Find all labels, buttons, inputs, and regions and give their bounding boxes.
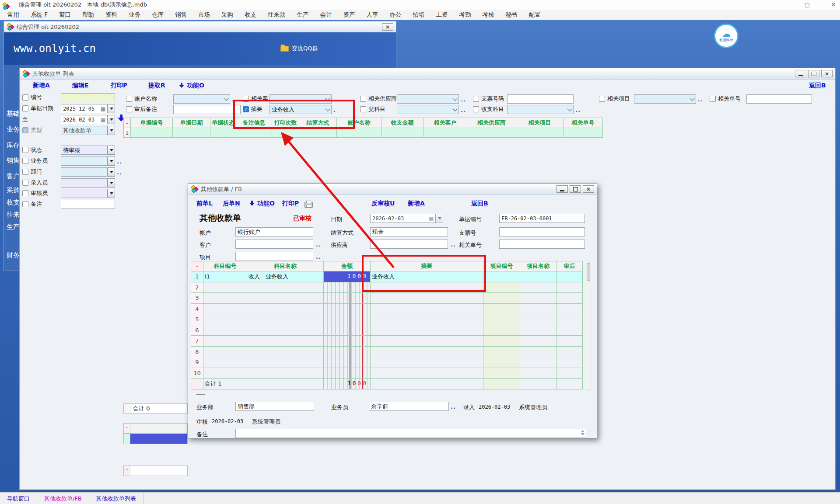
amount-cell[interactable]	[324, 336, 371, 347]
entry-row[interactable]: 5	[191, 314, 583, 325]
salesman-filter-combo[interactable]	[61, 156, 108, 166]
entries-header[interactable]: 摘要	[371, 261, 483, 271]
related-docno-field[interactable]	[499, 240, 585, 249]
salesman-filter-dropdown[interactable]	[108, 156, 115, 166]
menu-item[interactable]: 业务	[123, 11, 146, 19]
cheque-filter-checkbox[interactable]	[473, 96, 479, 102]
project-name-cell[interactable]	[520, 271, 556, 282]
cheque-field[interactable]	[499, 227, 585, 236]
voucher-func-button[interactable]: 功能O	[257, 200, 275, 208]
row-number-cell[interactable]: 6	[191, 325, 203, 336]
project-name-cell[interactable]	[520, 325, 556, 336]
project-field[interactable]	[235, 252, 313, 261]
grid-cell[interactable]	[299, 128, 337, 138]
dept-filter-checkbox[interactable]	[22, 169, 28, 175]
memo-filter-checkbox[interactable]	[22, 201, 28, 207]
list-back-button[interactable]: 返回B	[809, 82, 826, 90]
salesman-filter-checkbox[interactable]	[22, 158, 28, 164]
grid-cell[interactable]	[424, 128, 467, 138]
menu-item[interactable]: 办公	[384, 11, 407, 19]
summary-cell[interactable]: 业务收入	[371, 271, 483, 282]
memo-filter-input[interactable]	[61, 200, 115, 209]
summary-lookup-dot[interactable]: .	[333, 107, 336, 113]
menu-item[interactable]: 系统 F	[25, 11, 53, 19]
status-filter-checkbox[interactable]	[22, 147, 28, 153]
entries-header[interactable]: -	[191, 261, 203, 271]
project-name-cell[interactable]	[520, 346, 556, 357]
subject-code-cell[interactable]	[203, 336, 247, 347]
subject-name-cell[interactable]	[247, 303, 324, 314]
audit-memo-cell[interactable]	[556, 271, 583, 282]
list-grid-header[interactable]: 相关客户	[424, 118, 467, 128]
menu-item[interactable]: 收支	[239, 11, 262, 19]
account-lookup-dots[interactable]: ..	[232, 96, 237, 103]
printer-icon[interactable]	[304, 202, 313, 208]
menu-item[interactable]: 采购	[216, 11, 239, 19]
menu-item[interactable]: 配置	[523, 11, 546, 19]
summary-filter-combo[interactable]: 业务收入	[270, 105, 332, 114]
row-number-cell[interactable]: 1	[124, 128, 131, 138]
summary-cell[interactable]	[371, 293, 483, 304]
subject-code-cell[interactable]	[203, 325, 247, 336]
audit-memo-filter-checkbox[interactable]	[126, 106, 132, 112]
entries-scrollbar[interactable]	[586, 261, 591, 389]
list-grid[interactable]: -单据编号单据日期单据状态备注信息打印次数结算方式账户名称收支金额相关客户相关供…	[123, 118, 603, 138]
grid-cell[interactable]	[382, 128, 424, 138]
project-code-cell[interactable]	[483, 271, 520, 282]
list-grid-header[interactable]: 备注信息	[236, 118, 272, 128]
memo-field[interactable]	[235, 429, 586, 438]
menu-item[interactable]: 生产	[291, 11, 315, 19]
row-number-cell[interactable]: 5	[191, 314, 203, 325]
entry-filter-dropdown[interactable]	[108, 178, 115, 188]
project-code-cell[interactable]	[483, 346, 520, 357]
menu-item[interactable]: 招培	[407, 11, 430, 19]
salesman-lookup-dots[interactable]: ..	[451, 403, 456, 410]
subject-name-cell[interactable]	[247, 368, 324, 379]
grid-cell[interactable]	[131, 128, 173, 138]
list-extract-button[interactable]: 提取R	[148, 82, 165, 90]
entry-row[interactable]: 4	[191, 303, 583, 314]
entries-header[interactable]: 审后	[556, 261, 583, 271]
summary-filter-checkbox[interactable]	[243, 106, 249, 112]
account-field[interactable]: 银行账户	[235, 227, 313, 236]
list-grid-header[interactable]: 单据编号	[131, 118, 173, 128]
splitter-handle[interactable]	[196, 394, 205, 395]
project-code-cell[interactable]	[483, 303, 520, 314]
supplier-filter-checkbox[interactable]	[360, 96, 366, 102]
amount-cell[interactable]	[324, 293, 371, 304]
grid-cell[interactable]	[236, 128, 272, 138]
maximize-button[interactable]: ▢	[800, 0, 815, 9]
row-number-cell[interactable]: 9	[191, 357, 203, 368]
menu-item[interactable]: 往来款	[262, 11, 291, 19]
menu-item[interactable]: 会计	[315, 11, 338, 19]
grid-cell[interactable]	[337, 128, 382, 138]
row-number-cell[interactable]: 7	[191, 336, 203, 347]
subject-code-cell[interactable]	[203, 293, 247, 304]
voucher-print-button[interactable]: 打印P	[282, 200, 299, 208]
menu-item[interactable]: 帮助	[77, 11, 100, 19]
menu-item[interactable]: 考核	[477, 11, 500, 19]
home-close-icon[interactable]: ✕	[382, 23, 393, 31]
date-from-dropdown[interactable]	[108, 104, 115, 113]
dept-filter-dropdown[interactable]	[108, 167, 115, 177]
customer-lookup-dots[interactable]: ..	[333, 96, 339, 103]
project-code-cell[interactable]	[483, 314, 520, 325]
salesman-lookup-dots[interactable]: ..	[117, 158, 122, 165]
menu-item[interactable]: 工资	[430, 11, 454, 19]
project-name-cell[interactable]	[520, 336, 556, 347]
project-filter-combo[interactable]	[634, 94, 696, 104]
website-link[interactable]: www.onlyit.cn	[14, 42, 96, 55]
voucher-prev-button[interactable]: 前单L	[196, 200, 213, 208]
project-code-cell[interactable]	[483, 336, 520, 347]
menu-item[interactable]: 资产	[338, 11, 361, 19]
menu-item[interactable]: 资料	[100, 11, 123, 19]
date-to-dropdown[interactable]	[108, 115, 115, 124]
list-new-button[interactable]: 新增A	[33, 82, 50, 90]
list-minimize-icon[interactable]	[795, 70, 806, 77]
audit-memo-cell[interactable]	[556, 293, 583, 304]
audit-memo-cell[interactable]	[556, 303, 583, 314]
list-close-icon[interactable]: ✕	[821, 70, 833, 77]
subject-name-cell[interactable]	[247, 293, 324, 304]
entries-header[interactable]: 科目编号	[203, 261, 247, 271]
subject-name-cell[interactable]: 收入 - 业务收入	[247, 271, 324, 282]
